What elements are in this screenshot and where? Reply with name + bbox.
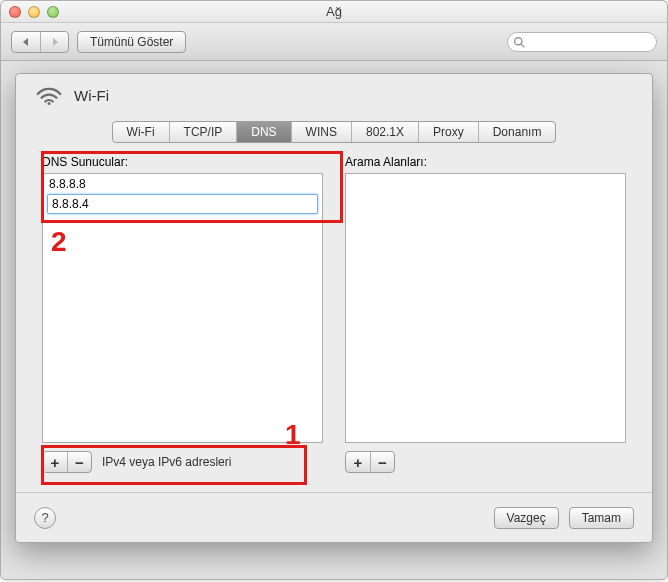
annotation-number-2: 2 [51,226,67,258]
tab-wins[interactable]: WINS [291,122,351,142]
minimize-icon[interactable] [28,6,40,18]
window-title: Ağ [326,4,342,19]
wifi-icon [34,82,64,109]
tab-wifi[interactable]: Wi-Fi [113,122,169,142]
cancel-button[interactable]: Vazgeç [494,507,559,529]
search-domains-list[interactable] [345,173,626,443]
dns-server-row[interactable]: 8.8.8.4 [47,194,318,214]
dns-servers-list[interactable]: 8.8.8.88.8.8.4 [42,173,323,443]
help-button[interactable]: ? [34,507,56,529]
dns-add-button[interactable]: + [43,452,67,473]
triangle-left-icon [21,37,31,47]
tab-tcpip[interactable]: TCP/IP [169,122,237,142]
search-domains-addremove-row: + − [345,451,626,473]
annotation-number-1: 1 [285,419,301,451]
section-title: Wi-Fi [74,87,109,104]
show-all-button[interactable]: Tümünü Göster [77,31,186,53]
dns-servers-column: DNS Sunucular: 8.8.8.88.8.8.4 + − IPv4 v… [42,155,323,473]
preferences-window: Ağ Tümünü Göster Wi-Fi Wi-FiTCP/IPDNSWIN… [0,0,668,580]
sd-remove-button[interactable]: − [370,452,394,473]
search-input[interactable] [530,33,648,51]
svg-point-4 [48,102,51,105]
back-button[interactable] [12,32,40,53]
svg-point-2 [515,37,522,44]
search-icon [513,36,526,49]
zoom-icon[interactable] [47,6,59,18]
search-domains-label: Arama Alanları: [345,155,626,169]
svg-line-3 [521,44,524,47]
dns-addremove-row: + − IPv4 veya IPv6 adresleri [42,451,323,473]
sd-add-button[interactable]: + [346,452,370,473]
settings-sheet: Wi-Fi Wi-FiTCP/IPDNSWINS802.1XProxyDonan… [15,73,653,543]
dns-server-row[interactable]: 8.8.8.8 [43,174,322,194]
nav-back-forward [11,31,69,53]
tab-proxy[interactable]: Proxy [418,122,478,142]
sheet-footer: ? Vazgeç Tamam [16,492,652,542]
close-icon[interactable] [9,6,21,18]
ok-button[interactable]: Tamam [569,507,634,529]
titlebar: Ağ [1,1,667,23]
tab-dns[interactable]: DNS [236,122,290,142]
svg-marker-0 [23,38,28,46]
search-field[interactable] [507,32,657,52]
tab-8021x[interactable]: 802.1X [351,122,418,142]
tab-donanm[interactable]: Donanım [478,122,556,142]
dns-panel: DNS Sunucular: 8.8.8.88.8.8.4 + − IPv4 v… [16,155,652,473]
dns-servers-label: DNS Sunucular: [42,155,323,169]
search-domains-column: Arama Alanları: + − [345,155,626,473]
dns-hint: IPv4 veya IPv6 adresleri [102,455,231,469]
toolbar: Tümünü Göster [1,23,667,61]
triangle-right-icon [50,37,60,47]
dns-remove-button[interactable]: − [67,452,91,473]
forward-button[interactable] [40,32,68,53]
section-header: Wi-Fi [16,82,652,115]
tab-bar: Wi-FiTCP/IPDNSWINS802.1XProxyDonanım [16,121,652,143]
svg-marker-1 [53,38,58,46]
traffic-lights [9,6,59,18]
